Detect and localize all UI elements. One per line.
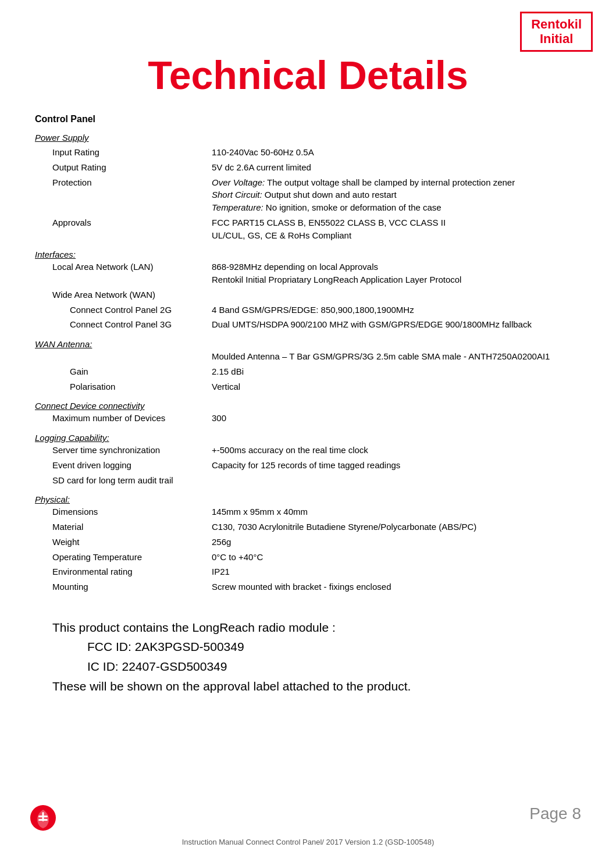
input-rating-label: Input Rating: [35, 145, 209, 160]
wan-antenna-section: WAN Antenna: Moulded Antenna – T Bar GSM…: [35, 339, 581, 394]
server-sync-label: Server time synchronization: [35, 443, 209, 458]
env-rating-label: Environmental rating: [35, 564, 209, 579]
control-panel-heading: Control Panel: [35, 114, 581, 124]
bottom-logo-icon: [29, 804, 57, 832]
protection-label: Protection: [35, 175, 209, 215]
table-row: Moulded Antenna – T Bar GSM/GPRS/3G 2.5m…: [35, 349, 581, 364]
dimensions-label: Dimensions: [35, 504, 209, 519]
lan-label: Local Area Network (LAN): [35, 259, 209, 287]
lan-value: 868-928MHz depending on local ApprovalsR…: [209, 259, 581, 287]
output-rating-label: Output Rating: [35, 160, 209, 175]
wan-antenna-table: Moulded Antenna – T Bar GSM/GPRS/3G 2.5m…: [35, 349, 581, 394]
temperature-label: Temperature:: [212, 202, 264, 212]
table-row: SD card for long term audit trail: [35, 473, 581, 488]
mounting-label: Mounting: [35, 579, 209, 594]
wan-label: Wide Area Network (WAN): [35, 287, 209, 302]
env-rating-value: IP21: [209, 564, 581, 579]
approvals-value: FCC PART15 CLASS B, EN55022 CLASS B, VCC…: [209, 215, 581, 243]
page-number: Page 8: [529, 804, 581, 823]
wan-value: [209, 287, 581, 302]
company-logo: Rentokil Initial: [520, 12, 593, 52]
output-rating-value: 5V dc 2.6A current limited: [209, 160, 581, 175]
interfaces-heading: Interfaces:: [35, 250, 76, 259]
connect-device-table: Maximum number of Devices 300: [35, 411, 581, 426]
table-row: Output Rating 5V dc 2.6A current limited: [35, 160, 581, 175]
wan-antenna-model-value: Moulded Antenna – T Bar GSM/GPRS/3G 2.5m…: [209, 349, 581, 364]
weight-value: 256g: [209, 535, 581, 550]
weight-label: Weight: [35, 535, 209, 550]
mounting-value: Screw mounted with bracket - fixings enc…: [209, 579, 581, 594]
over-voltage-label: Over Voltage:: [212, 177, 265, 187]
table-row: Weight 256g: [35, 535, 581, 550]
page-title: Technical Details: [35, 52, 581, 98]
material-label: Material: [35, 519, 209, 535]
table-row: Gain 2.15 dBi: [35, 364, 581, 379]
table-row: Local Area Network (LAN) 868-928MHz depe…: [35, 259, 581, 287]
input-rating-value: 110-240Vac 50-60Hz 0.5A: [209, 145, 581, 160]
interfaces-table: Local Area Network (LAN) 868-928MHz depe…: [35, 259, 581, 332]
connect-3g-label: Connect Control Panel 3G: [35, 317, 209, 332]
logo-line2: Initial: [531, 31, 582, 46]
wan-antenna-heading-wrapper: WAN Antenna:: [35, 339, 581, 349]
operating-temp-label: Operating Temperature: [35, 550, 209, 565]
table-row: Wide Area Network (WAN): [35, 287, 581, 302]
table-row: Environmental rating IP21: [35, 564, 581, 579]
event-logging-label: Event driven logging: [35, 458, 209, 473]
polarisation-value: Vertical: [209, 379, 581, 394]
logging-table: Server time synchronization +-500ms accu…: [35, 443, 581, 487]
table-row: Event driven logging Capacity for 125 re…: [35, 458, 581, 473]
table-row: Material C130, 7030 Acrylonitrile Butadi…: [35, 519, 581, 535]
server-sync-value: +-500ms accuracy on the real time clock: [209, 443, 581, 458]
logging-section: Logging Capability: Server time synchron…: [35, 433, 581, 487]
table-row: Polarisation Vertical: [35, 379, 581, 394]
table-row: Maximum number of Devices 300: [35, 411, 581, 426]
logging-heading-wrapper: Logging Capability:: [35, 433, 581, 443]
gain-label: Gain: [35, 364, 209, 379]
connect-device-heading: Connect Device connectivity: [35, 401, 144, 411]
connect-device-section: Connect Device connectivity Maximum numb…: [35, 401, 581, 426]
fcc-section: This product contains the LongReach radi…: [35, 618, 581, 696]
protection-value: Over Voltage: The output voltage shall b…: [209, 175, 581, 215]
sd-card-value: [209, 473, 581, 488]
material-value: C130, 7030 Acrylonitrile Butadiene Styre…: [209, 519, 581, 535]
operating-temp-value: 0°C to +40°C: [209, 550, 581, 565]
interfaces-heading-wrapper: Interfaces:: [35, 250, 581, 259]
svg-rect-3: [42, 812, 44, 821]
sd-card-label: SD card for long term audit trail: [35, 473, 209, 488]
fcc-line3: IC ID: 22407-GSD500349: [52, 657, 581, 677]
wan-antenna-heading: WAN Antenna:: [35, 339, 92, 349]
logo-line1: Rentokil: [531, 17, 582, 31]
polarisation-label: Polarisation: [35, 379, 209, 394]
fcc-line2: FCC ID: 2AK3PGSD-500349: [52, 637, 581, 657]
fcc-line4: These will be shown on the approval labe…: [52, 677, 581, 696]
connect-device-heading-wrapper: Connect Device connectivity: [35, 401, 581, 411]
max-devices-value: 300: [209, 411, 581, 426]
dimensions-value: 145mm x 95mm x 40mm: [209, 504, 581, 519]
short-circuit-label: Short Circuit:: [212, 190, 262, 200]
interfaces-section: Interfaces: Local Area Network (LAN) 868…: [35, 250, 581, 332]
table-row: Approvals FCC PART15 CLASS B, EN55022 CL…: [35, 215, 581, 243]
gain-value: 2.15 dBi: [209, 364, 581, 379]
physical-section: Physical: Dimensions 145mm x 95mm x 40mm…: [35, 494, 581, 594]
physical-heading: Physical:: [35, 494, 70, 504]
table-row: Dimensions 145mm x 95mm x 40mm: [35, 504, 581, 519]
footer-text: Instruction Manual Connect Control Panel…: [0, 838, 616, 846]
table-row: Server time synchronization +-500ms accu…: [35, 443, 581, 458]
wan-antenna-empty-label: [35, 349, 209, 364]
approvals-label: Approvals: [35, 215, 209, 243]
logging-heading: Logging Capability:: [35, 433, 109, 443]
table-row: Mounting Screw mounted with bracket - fi…: [35, 579, 581, 594]
table-row: Operating Temperature 0°C to +40°C: [35, 550, 581, 565]
max-devices-label: Maximum number of Devices: [35, 411, 209, 426]
table-row: Connect Control Panel 2G 4 Band GSM/GPRS…: [35, 302, 581, 318]
event-logging-value: Capacity for 125 records of time tagged …: [209, 458, 581, 473]
connect-3g-value: Dual UMTS/HSDPA 900/2100 MHZ with GSM/GP…: [209, 317, 581, 332]
table-row: Input Rating 110-240Vac 50-60Hz 0.5A: [35, 145, 581, 160]
table-row: Connect Control Panel 3G Dual UMTS/HSDPA…: [35, 317, 581, 332]
table-row: Protection Over Voltage: The output volt…: [35, 175, 581, 215]
connect-2g-value: 4 Band GSM/GPRS/EDGE: 850,900,1800,1900M…: [209, 302, 581, 318]
physical-table: Dimensions 145mm x 95mm x 40mm Material …: [35, 504, 581, 594]
connect-2g-label: Connect Control Panel 2G: [35, 302, 209, 318]
control-panel-section: Control Panel Power Supply Input Rating …: [35, 114, 581, 243]
control-panel-table: Input Rating 110-240Vac 50-60Hz 0.5A Out…: [35, 145, 581, 243]
